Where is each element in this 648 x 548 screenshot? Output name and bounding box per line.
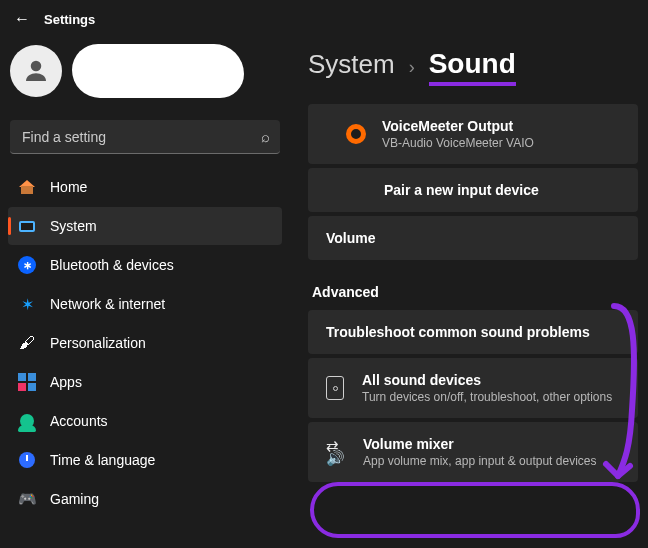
account-name-redacted — [72, 44, 244, 98]
sidebar-item-home[interactable]: Home — [8, 168, 282, 206]
all-devices-title: All sound devices — [362, 372, 612, 388]
sidebar-item-label: Bluetooth & devices — [50, 257, 174, 273]
row-voicemeeter-output[interactable]: VoiceMeeter Output VB-Audio VoiceMeeter … — [308, 104, 638, 164]
sidebar-nav: Home System ∗ Bluetooth & devices ✶ Netw… — [6, 168, 284, 518]
bluetooth-icon: ∗ — [18, 256, 36, 274]
back-icon[interactable]: ← — [14, 10, 30, 28]
accounts-icon — [18, 414, 36, 428]
sidebar-item-label: Network & internet — [50, 296, 165, 312]
breadcrumb-current: Sound — [429, 48, 516, 86]
wifi-icon: ✶ — [18, 295, 36, 314]
main-content: System › Sound VoiceMeeter Output VB-Aud… — [290, 36, 648, 548]
mixer-title: Volume mixer — [363, 436, 596, 452]
app-title: Settings — [44, 12, 95, 27]
sidebar-item-system[interactable]: System — [8, 207, 282, 245]
device-subtitle: VB-Audio VoiceMeeter VAIO — [382, 136, 534, 150]
row-all-sound-devices[interactable]: All sound devices Turn devices on/off, t… — [308, 358, 638, 418]
sidebar-item-label: Accounts — [50, 413, 108, 429]
sidebar-item-label: System — [50, 218, 97, 234]
device-title: VoiceMeeter Output — [382, 118, 534, 134]
sidebar: ⌕ Home System ∗ Bluetooth & devices ✶ — [0, 36, 290, 548]
sidebar-item-network[interactable]: ✶ Network & internet — [8, 285, 282, 323]
speaker-icon — [326, 376, 344, 400]
sidebar-item-apps[interactable]: Apps — [8, 363, 282, 401]
row-volume-mixer[interactable]: ⇄🔊 Volume mixer App volume mix, app inpu… — [308, 422, 638, 482]
sidebar-item-label: Home — [50, 179, 87, 195]
sidebar-item-accounts[interactable]: Accounts — [8, 402, 282, 440]
mixer-subtitle: App volume mix, app input & output devic… — [363, 454, 596, 468]
sidebar-item-bluetooth[interactable]: ∗ Bluetooth & devices — [8, 246, 282, 284]
chevron-right-icon: › — [409, 57, 415, 78]
section-advanced: Advanced — [312, 284, 638, 300]
profile-block[interactable] — [6, 42, 284, 112]
sidebar-item-label: Gaming — [50, 491, 99, 507]
troubleshoot-label: Troubleshoot common sound problems — [326, 324, 620, 340]
all-devices-subtitle: Turn devices on/off, troubleshoot, other… — [362, 390, 612, 404]
sidebar-item-label: Apps — [50, 374, 82, 390]
svg-point-0 — [31, 61, 42, 72]
mixer-icon: ⇄🔊 — [326, 440, 345, 464]
sidebar-item-gaming[interactable]: 🎮 Gaming — [8, 480, 282, 518]
gaming-icon: 🎮 — [18, 490, 36, 508]
pair-label: Pair a new input device — [384, 182, 620, 198]
home-icon — [18, 180, 36, 194]
clock-icon — [18, 452, 36, 468]
search-icon: ⌕ — [261, 128, 270, 145]
row-pair-input-device[interactable]: Pair a new input device — [308, 168, 638, 212]
sidebar-item-personalization[interactable]: 🖌 Personalization — [8, 324, 282, 362]
row-troubleshoot[interactable]: Troubleshoot common sound problems — [308, 310, 638, 354]
sidebar-item-label: Time & language — [50, 452, 155, 468]
sidebar-item-label: Personalization — [50, 335, 146, 351]
volume-label: Volume — [326, 230, 620, 246]
avatar — [10, 45, 62, 97]
system-icon — [18, 221, 36, 232]
device-ring-icon — [346, 124, 366, 144]
search-input[interactable] — [10, 120, 280, 154]
personalization-icon: 🖌 — [18, 334, 36, 352]
row-volume[interactable]: Volume — [308, 216, 638, 260]
breadcrumb-parent[interactable]: System — [308, 49, 395, 80]
breadcrumb: System › Sound — [308, 48, 638, 86]
sidebar-item-time-language[interactable]: Time & language — [8, 441, 282, 479]
apps-icon — [18, 373, 36, 391]
